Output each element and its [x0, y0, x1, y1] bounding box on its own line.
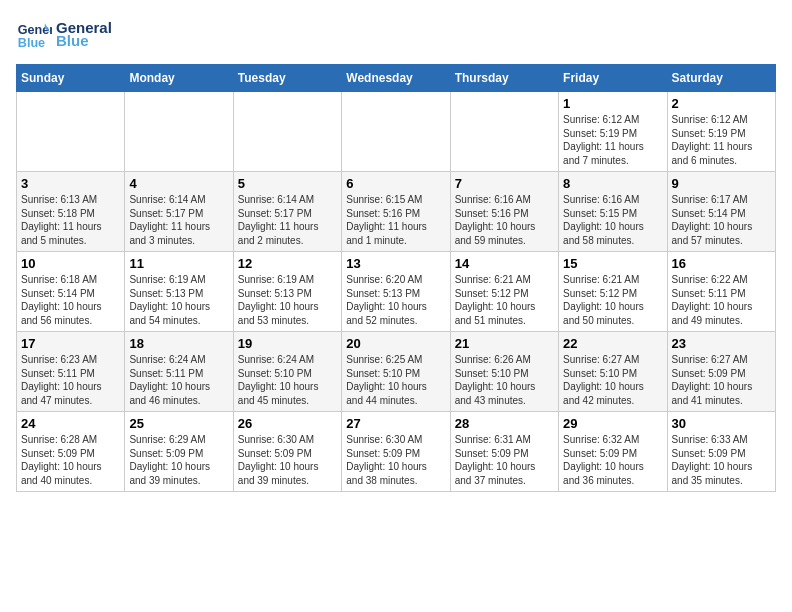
day-number: 24: [21, 416, 120, 431]
calendar-cell: [17, 92, 125, 172]
day-number: 1: [563, 96, 662, 111]
day-info: Sunrise: 6:15 AM Sunset: 5:16 PM Dayligh…: [346, 193, 445, 247]
calendar-cell: 23Sunrise: 6:27 AM Sunset: 5:09 PM Dayli…: [667, 332, 775, 412]
day-info: Sunrise: 6:16 AM Sunset: 5:16 PM Dayligh…: [455, 193, 554, 247]
day-number: 6: [346, 176, 445, 191]
calendar-cell: 14Sunrise: 6:21 AM Sunset: 5:12 PM Dayli…: [450, 252, 558, 332]
day-info: Sunrise: 6:18 AM Sunset: 5:14 PM Dayligh…: [21, 273, 120, 327]
logo-icon: General Blue: [16, 16, 52, 52]
day-info: Sunrise: 6:24 AM Sunset: 5:11 PM Dayligh…: [129, 353, 228, 407]
calendar-cell: 5Sunrise: 6:14 AM Sunset: 5:17 PM Daylig…: [233, 172, 341, 252]
calendar-cell: 6Sunrise: 6:15 AM Sunset: 5:16 PM Daylig…: [342, 172, 450, 252]
calendar-cell: 1Sunrise: 6:12 AM Sunset: 5:19 PM Daylig…: [559, 92, 667, 172]
day-info: Sunrise: 6:21 AM Sunset: 5:12 PM Dayligh…: [455, 273, 554, 327]
day-number: 5: [238, 176, 337, 191]
day-info: Sunrise: 6:20 AM Sunset: 5:13 PM Dayligh…: [346, 273, 445, 327]
day-number: 17: [21, 336, 120, 351]
day-number: 12: [238, 256, 337, 271]
calendar-cell: 12Sunrise: 6:19 AM Sunset: 5:13 PM Dayli…: [233, 252, 341, 332]
day-info: Sunrise: 6:30 AM Sunset: 5:09 PM Dayligh…: [238, 433, 337, 487]
calendar-cell: 29Sunrise: 6:32 AM Sunset: 5:09 PM Dayli…: [559, 412, 667, 492]
day-number: 11: [129, 256, 228, 271]
calendar-cell: 3Sunrise: 6:13 AM Sunset: 5:18 PM Daylig…: [17, 172, 125, 252]
day-info: Sunrise: 6:25 AM Sunset: 5:10 PM Dayligh…: [346, 353, 445, 407]
day-number: 10: [21, 256, 120, 271]
day-number: 16: [672, 256, 771, 271]
day-info: Sunrise: 6:21 AM Sunset: 5:12 PM Dayligh…: [563, 273, 662, 327]
calendar-cell: 25Sunrise: 6:29 AM Sunset: 5:09 PM Dayli…: [125, 412, 233, 492]
day-info: Sunrise: 6:19 AM Sunset: 5:13 PM Dayligh…: [129, 273, 228, 327]
calendar-cell: 7Sunrise: 6:16 AM Sunset: 5:16 PM Daylig…: [450, 172, 558, 252]
calendar-week-5: 24Sunrise: 6:28 AM Sunset: 5:09 PM Dayli…: [17, 412, 776, 492]
day-info: Sunrise: 6:24 AM Sunset: 5:10 PM Dayligh…: [238, 353, 337, 407]
day-number: 27: [346, 416, 445, 431]
day-number: 25: [129, 416, 228, 431]
day-info: Sunrise: 6:13 AM Sunset: 5:18 PM Dayligh…: [21, 193, 120, 247]
day-number: 15: [563, 256, 662, 271]
day-info: Sunrise: 6:12 AM Sunset: 5:19 PM Dayligh…: [672, 113, 771, 167]
day-info: Sunrise: 6:16 AM Sunset: 5:15 PM Dayligh…: [563, 193, 662, 247]
calendar-cell: 21Sunrise: 6:26 AM Sunset: 5:10 PM Dayli…: [450, 332, 558, 412]
calendar-cell: 15Sunrise: 6:21 AM Sunset: 5:12 PM Dayli…: [559, 252, 667, 332]
calendar-cell: 8Sunrise: 6:16 AM Sunset: 5:15 PM Daylig…: [559, 172, 667, 252]
day-number: 14: [455, 256, 554, 271]
calendar-cell: 2Sunrise: 6:12 AM Sunset: 5:19 PM Daylig…: [667, 92, 775, 172]
calendar-cell: [450, 92, 558, 172]
day-header-saturday: Saturday: [667, 65, 775, 92]
day-number: 7: [455, 176, 554, 191]
day-number: 4: [129, 176, 228, 191]
calendar-cell: 19Sunrise: 6:24 AM Sunset: 5:10 PM Dayli…: [233, 332, 341, 412]
day-header-thursday: Thursday: [450, 65, 558, 92]
day-info: Sunrise: 6:12 AM Sunset: 5:19 PM Dayligh…: [563, 113, 662, 167]
day-number: 22: [563, 336, 662, 351]
day-number: 21: [455, 336, 554, 351]
day-header-sunday: Sunday: [17, 65, 125, 92]
calendar-header-row: SundayMondayTuesdayWednesdayThursdayFrid…: [17, 65, 776, 92]
day-info: Sunrise: 6:27 AM Sunset: 5:10 PM Dayligh…: [563, 353, 662, 407]
day-header-friday: Friday: [559, 65, 667, 92]
day-info: Sunrise: 6:26 AM Sunset: 5:10 PM Dayligh…: [455, 353, 554, 407]
calendar-cell: 24Sunrise: 6:28 AM Sunset: 5:09 PM Dayli…: [17, 412, 125, 492]
day-number: 26: [238, 416, 337, 431]
calendar-cell: 11Sunrise: 6:19 AM Sunset: 5:13 PM Dayli…: [125, 252, 233, 332]
calendar-cell: 17Sunrise: 6:23 AM Sunset: 5:11 PM Dayli…: [17, 332, 125, 412]
day-info: Sunrise: 6:32 AM Sunset: 5:09 PM Dayligh…: [563, 433, 662, 487]
day-header-wednesday: Wednesday: [342, 65, 450, 92]
calendar-cell: 27Sunrise: 6:30 AM Sunset: 5:09 PM Dayli…: [342, 412, 450, 492]
day-info: Sunrise: 6:28 AM Sunset: 5:09 PM Dayligh…: [21, 433, 120, 487]
day-info: Sunrise: 6:23 AM Sunset: 5:11 PM Dayligh…: [21, 353, 120, 407]
day-header-monday: Monday: [125, 65, 233, 92]
day-info: Sunrise: 6:27 AM Sunset: 5:09 PM Dayligh…: [672, 353, 771, 407]
day-number: 9: [672, 176, 771, 191]
calendar: SundayMondayTuesdayWednesdayThursdayFrid…: [16, 64, 776, 492]
logo: General Blue General Blue: [16, 16, 112, 52]
day-number: 29: [563, 416, 662, 431]
svg-text:Blue: Blue: [18, 36, 45, 50]
day-header-tuesday: Tuesday: [233, 65, 341, 92]
day-number: 13: [346, 256, 445, 271]
day-info: Sunrise: 6:14 AM Sunset: 5:17 PM Dayligh…: [238, 193, 337, 247]
calendar-week-2: 3Sunrise: 6:13 AM Sunset: 5:18 PM Daylig…: [17, 172, 776, 252]
calendar-cell: 16Sunrise: 6:22 AM Sunset: 5:11 PM Dayli…: [667, 252, 775, 332]
day-number: 8: [563, 176, 662, 191]
day-number: 3: [21, 176, 120, 191]
calendar-cell: 20Sunrise: 6:25 AM Sunset: 5:10 PM Dayli…: [342, 332, 450, 412]
day-info: Sunrise: 6:22 AM Sunset: 5:11 PM Dayligh…: [672, 273, 771, 327]
day-info: Sunrise: 6:31 AM Sunset: 5:09 PM Dayligh…: [455, 433, 554, 487]
calendar-cell: 30Sunrise: 6:33 AM Sunset: 5:09 PM Dayli…: [667, 412, 775, 492]
calendar-cell: [125, 92, 233, 172]
calendar-cell: 22Sunrise: 6:27 AM Sunset: 5:10 PM Dayli…: [559, 332, 667, 412]
day-number: 18: [129, 336, 228, 351]
calendar-cell: [233, 92, 341, 172]
calendar-cell: 9Sunrise: 6:17 AM Sunset: 5:14 PM Daylig…: [667, 172, 775, 252]
day-number: 19: [238, 336, 337, 351]
calendar-week-3: 10Sunrise: 6:18 AM Sunset: 5:14 PM Dayli…: [17, 252, 776, 332]
day-info: Sunrise: 6:29 AM Sunset: 5:09 PM Dayligh…: [129, 433, 228, 487]
day-info: Sunrise: 6:17 AM Sunset: 5:14 PM Dayligh…: [672, 193, 771, 247]
day-info: Sunrise: 6:14 AM Sunset: 5:17 PM Dayligh…: [129, 193, 228, 247]
day-info: Sunrise: 6:30 AM Sunset: 5:09 PM Dayligh…: [346, 433, 445, 487]
calendar-cell: 10Sunrise: 6:18 AM Sunset: 5:14 PM Dayli…: [17, 252, 125, 332]
header: General Blue General Blue: [16, 16, 776, 52]
day-number: 30: [672, 416, 771, 431]
day-info: Sunrise: 6:33 AM Sunset: 5:09 PM Dayligh…: [672, 433, 771, 487]
